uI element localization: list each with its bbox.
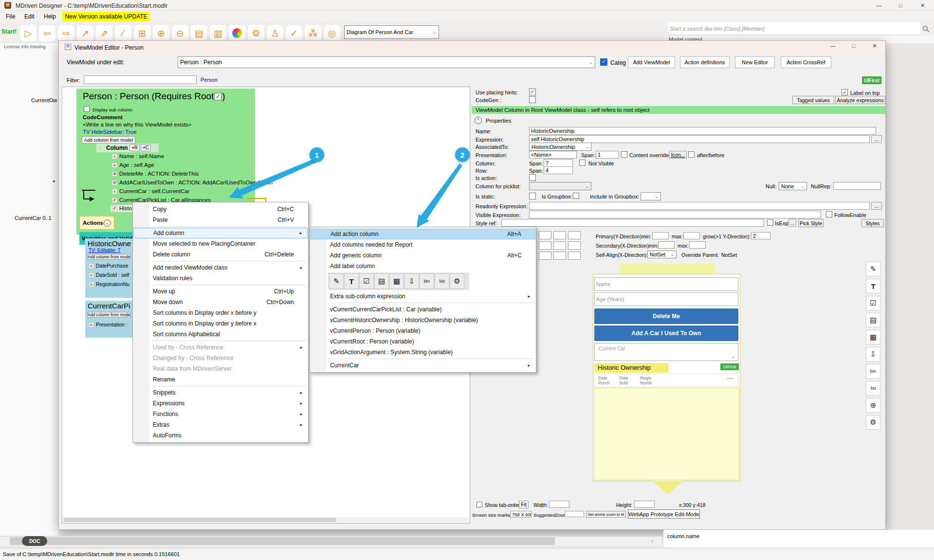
is-action-checkbox[interactable] <box>529 174 536 181</box>
associatedto-select[interactable]: HistoricOwnership⌄ <box>529 143 591 151</box>
suggested-zoom-field[interactable] <box>565 511 584 517</box>
menu-item-move-up[interactable]: Move upCtrl+Up <box>133 286 308 297</box>
submenu-item-extra-subcolumn[interactable]: Extra sub-column expression► <box>311 291 535 302</box>
preview-col-header[interactable]: DatePurch <box>598 376 610 385</box>
checkbox-column-icon[interactable]: ☑ <box>866 296 880 310</box>
doc-tab[interactable]: DOC <box>22 536 47 546</box>
editor-maximize-button[interactable]: □ <box>846 43 861 52</box>
spiral-icon[interactable]: ◎ <box>323 24 341 42</box>
submenu-item-currentcar[interactable]: CurrentCar► <box>311 360 535 371</box>
styles-button[interactable]: Styles <box>861 219 884 227</box>
content-override-checkbox[interactable] <box>621 151 627 158</box>
historic-ownership-panel[interactable]: HistoricOwne TV: Editable: T Add column … <box>85 238 132 298</box>
action-crossref-button[interactable]: Action CrossRef <box>781 56 831 68</box>
menu-item-snippets[interactable]: Snippets► <box>133 387 308 398</box>
preview-col-header[interactable]: RegisNumb <box>640 376 652 385</box>
historic-tv-link[interactable]: TV: Editable: T <box>85 248 132 253</box>
picklist-select[interactable]: ⌄ <box>529 182 591 190</box>
window-grid-icon[interactable]: ▤ <box>190 24 208 42</box>
primary-min-field[interactable] <box>652 232 669 239</box>
actions-button[interactable]: Actions⌄ <box>79 216 114 230</box>
menu-item-validation-rules[interactable]: Validation rules <box>133 273 308 284</box>
more-options-icon[interactable]: ... <box>727 375 733 379</box>
submenu-item-vcurrentroot[interactable]: vCurrentRoot : Person (variable) <box>311 336 535 347</box>
submenu-item-vcurrentcarpicklist[interactable]: vCurrentCurrentCarPickList : Car (variab… <box>311 304 535 315</box>
arrow-tool-icon[interactable]: ↗ <box>76 24 94 42</box>
preview-col-header[interactable]: DateSold <box>619 376 628 385</box>
tree-item[interactable]: AAge : self.Age <box>112 162 154 168</box>
include-groupbox-select[interactable]: ⌄ <box>641 192 661 200</box>
style-ref-field[interactable] <box>501 219 764 227</box>
expression-ellipsis-button[interactable]: ... <box>871 135 882 143</box>
globe-column-icon[interactable]: ⊛ <box>866 398 880 413</box>
menu-item-add-nested-viewmodel[interactable]: Add nested ViewModel class► <box>133 262 308 273</box>
placement-grid[interactable] <box>539 231 582 260</box>
image-column-icon[interactable]: ⇩ <box>866 347 880 361</box>
search-input[interactable] <box>668 22 920 35</box>
requires-root-checkbox[interactable] <box>214 93 221 100</box>
submenu-item-vgridactionargument[interactable]: vGridActionArgument : System.String (var… <box>311 347 535 358</box>
combobox-column-icon[interactable]: ▤ <box>374 273 389 289</box>
main-hscrollbar-thumb[interactable] <box>10 537 555 545</box>
menu-item-changed-by[interactable]: Changed by - Cross Reference <box>133 353 308 363</box>
code-comment-text[interactable]: <Write a line on why this ViewModel exis… <box>83 122 191 127</box>
splitter-collapse-icon[interactable]: ◄ <box>52 179 55 183</box>
currentcar-picklist-panel[interactable]: CurrentCarPi Add column from mode APrese… <box>85 301 132 338</box>
pick-style-button[interactable]: Pick Style <box>798 219 824 227</box>
preview-currentcar-select[interactable]: Current Car⌄ <box>594 343 738 361</box>
analyze-expressions-button[interactable]: Analyze expressions <box>835 96 885 104</box>
column-name-node[interactable]: column.name <box>667 533 699 539</box>
edit-column-icon[interactable]: ✎ <box>866 262 880 276</box>
use-placing-hints-checkbox[interactable] <box>529 89 536 95</box>
tagged-values-button[interactable]: Tagged values <box>792 96 834 104</box>
submenu-item-add-action-column[interactable]: Add action columnAlt+A <box>311 229 535 239</box>
menu-item-copy[interactable]: CopyCtrl+C <box>133 204 308 215</box>
filter-input[interactable] <box>84 75 197 84</box>
viewmodel-column-icon[interactable]: ⚙ <box>866 415 880 430</box>
menu-item-add-column[interactable]: Add column► <box>133 228 308 238</box>
submenu-item-add-label-column[interactable]: Add label column <box>311 261 535 271</box>
is-static-checkbox[interactable] <box>529 193 536 199</box>
display-sub-column-checkbox[interactable] <box>84 106 90 112</box>
presentation-field[interactable]: <Name> <box>529 151 577 159</box>
menu-item-sort-alphabetical[interactable]: Sort columns Alphabetical <box>133 329 308 340</box>
picklist-add-column-button[interactable]: Add column from mode <box>88 312 130 318</box>
scrollbar-right-arrow-icon[interactable]: › <box>651 537 653 544</box>
name-field[interactable]: HistoricOwnership <box>529 127 876 135</box>
presentation-span-field[interactable]: 1 <box>596 151 619 159</box>
menu-item-extras[interactable]: Extras► <box>133 419 308 430</box>
search-icon[interactable] <box>922 25 930 33</box>
tree-item[interactable]: ⚙AddACarIUsedToOwn : ACTION: AddACarIUse… <box>112 180 273 185</box>
properties-collapse-icon[interactable]: ⌃ <box>475 117 482 124</box>
menu-item-rename[interactable]: Rename <box>133 374 308 385</box>
menu-item-move-selected[interactable]: Move selected to new PlacingContainer <box>133 238 308 249</box>
historic-item[interactable]: ARegistrationNu <box>85 278 132 287</box>
isexp-checkbox[interactable] <box>767 219 773 226</box>
color-wheel-icon[interactable] <box>228 24 246 42</box>
viewmodel-column-icon[interactable]: ⚙ <box>450 273 464 289</box>
height-field[interactable] <box>634 501 655 508</box>
calendar-column-icon[interactable]: ▦ <box>866 330 880 344</box>
update-banner[interactable]: New Version available UPDATE <box>62 12 150 21</box>
menu-item-functions[interactable]: Functions► <box>133 409 308 419</box>
zoom-out-icon[interactable]: ⊖ <box>171 24 189 42</box>
back-icon[interactable]: ⇦ <box>38 24 56 42</box>
after-before-checkbox[interactable] <box>688 151 695 158</box>
minimize-button[interactable]: — <box>868 0 890 11</box>
tree-canvas-hscrollbar-thumb[interactable] <box>64 518 336 522</box>
editor-minimize-button[interactable]: — <box>825 43 841 52</box>
grow-field[interactable]: 2 <box>751 232 770 239</box>
historic-add-column-button[interactable]: Add column from mode <box>88 254 130 260</box>
filter-tag[interactable]: Person <box>201 77 218 83</box>
text-column-icon[interactable]: T <box>344 273 359 289</box>
screen-size-field[interactable]: 758 X 600 <box>510 511 531 518</box>
preview-name-input[interactable] <box>594 277 738 291</box>
submenu-item-add-columns-report[interactable]: Add columns needed for Report <box>311 239 535 250</box>
tree-item[interactable]: ACurrentCar : self.CurrentCar <box>112 188 189 194</box>
menu-edit[interactable]: Edit <box>24 13 35 20</box>
preview-delete-button[interactable]: Delete Me <box>594 308 738 324</box>
tv-hint-link[interactable]: TV HideSidebar: True <box>83 129 137 135</box>
label-on-top-checkbox[interactable] <box>842 89 848 95</box>
picklist-item[interactable]: APresentation : <box>85 318 132 327</box>
width-field[interactable] <box>549 501 569 508</box>
